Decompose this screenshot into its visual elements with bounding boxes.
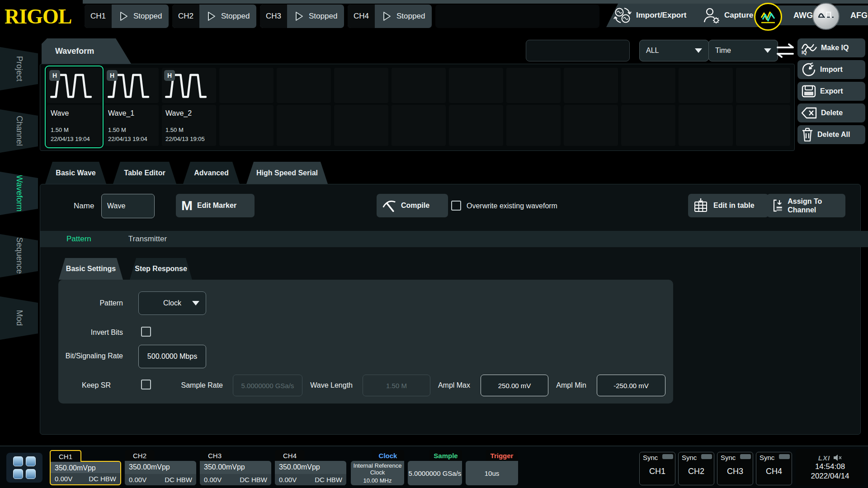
tab-step-response[interactable]: Step Response — [130, 258, 192, 280]
trigger-status-card[interactable]: Trigger 10us — [466, 450, 518, 485]
ampl-min-label: Ampl Min — [552, 381, 586, 389]
sample-rate-input: 5.0000000 GSa/s — [233, 375, 302, 396]
compile-button[interactable]: Compile — [377, 194, 448, 217]
mode-tab-transmitter[interactable]: Transmitter — [128, 235, 167, 244]
make-iq-button[interactable]: IQ Make IQ — [797, 38, 865, 57]
wave-thumbnail: H — [162, 68, 216, 103]
system-time: 14:54:08 — [815, 462, 845, 471]
browser-tab-waveform[interactable]: Waveform — [42, 38, 131, 64]
wave-slot-empty[interactable] — [564, 68, 618, 146]
sample-status-card[interactable]: Sample 5.0000000 GSa/s — [408, 450, 462, 485]
capture-icon — [703, 7, 720, 24]
chevron-down-icon — [192, 301, 199, 305]
sync-tab-notch — [701, 454, 712, 459]
import-button[interactable]: Import — [797, 60, 865, 79]
ampl-max-input[interactable]: 250.00 mV — [481, 375, 548, 396]
search-input[interactable] — [526, 47, 629, 55]
export-button[interactable]: Export — [797, 82, 865, 101]
delete-button[interactable]: Delete — [797, 103, 865, 122]
wave-slot-empty[interactable] — [506, 68, 561, 146]
name-input[interactable]: Wave — [101, 194, 155, 218]
awg-icon[interactable] — [754, 3, 782, 31]
bottom-channel-ch4[interactable]: CH4 350.00mVpp 0.00V DC HBW — [275, 450, 346, 485]
trigger-value: 10us — [485, 469, 500, 477]
channel-coupling: DC HBW — [240, 476, 267, 483]
tab-advanced[interactable]: Advanced — [183, 162, 240, 184]
bottom-channel-ch2[interactable]: CH2 350.00mVpp 0.00V DC HBW — [125, 450, 196, 485]
sort-by-dropdown[interactable]: Time — [708, 40, 778, 61]
overwrite-checkbox[interactable] — [451, 201, 461, 211]
ampl-max-label: Ampl Max — [435, 381, 470, 389]
sample-rate-value: 5.0000000 GSa/s — [409, 469, 462, 477]
assign-to-channel-button[interactable]: Assign To Channel — [767, 194, 845, 217]
grid-square-icon — [13, 456, 23, 466]
sidebar-item-channel[interactable]: Channel — [0, 109, 38, 153]
bottom-channel-ch1[interactable]: CH1 350.00mVpp 0.00V DC HBW — [50, 450, 121, 485]
edit-marker-button[interactable]: M Edit Marker — [176, 194, 255, 217]
channel-label: CH4 — [348, 5, 375, 28]
sidebar-item-project[interactable]: Project — [0, 47, 38, 90]
wave-slot-empty[interactable] — [277, 68, 331, 146]
clock-status-card[interactable]: Clock Internal Reference Clock 10.00 MHz — [351, 450, 404, 485]
sidebar-item-waveform[interactable]: Waveform — [0, 172, 38, 215]
tab-high-speed-serial[interactable]: High Speed Serial — [246, 162, 328, 184]
pattern-dropdown[interactable]: Clock — [138, 291, 206, 315]
filter-type-dropdown[interactable]: ALL — [639, 40, 709, 61]
invert-bits-checkbox[interactable] — [141, 327, 151, 337]
sync-card-ch4[interactable]: Sync CH4 — [756, 452, 792, 485]
delete-all-button[interactable]: Delete All — [797, 125, 865, 144]
sync-card-ch2[interactable]: Sync CH2 — [678, 452, 714, 485]
wave-slot-empty[interactable] — [621, 68, 675, 146]
tab-basic-settings[interactable]: Basic Settings — [59, 258, 123, 280]
bit-signaling-rate-input[interactable]: 500.0000 Mbps — [138, 345, 206, 368]
capture-label: Capture — [724, 11, 753, 20]
wave-name: Wave — [51, 109, 98, 117]
tab-basic-wave[interactable]: Basic Wave — [45, 162, 106, 184]
channel-coupling: DC HBW — [89, 475, 116, 483]
channel-status-text: Stopped — [221, 12, 250, 21]
wave-thumbnail: H — [47, 68, 101, 103]
edit-in-table-button[interactable]: Edit in table — [688, 194, 769, 217]
wave-card-wave-2[interactable]: H Wave_2 1.50 M 22/04/13 19:05 — [162, 68, 216, 146]
channel-status-ch4[interactable]: CH4 Stopped — [348, 5, 432, 28]
afg-label: AFG — [850, 11, 868, 20]
chevron-down-icon — [695, 48, 702, 53]
wave-type-badge: H — [49, 70, 60, 81]
wave-card-wave-1[interactable]: H Wave_1 1.50 M 22/04/13 19:04 — [104, 68, 159, 146]
channel-offset: 0.00V — [55, 475, 72, 483]
channel-status-ch3[interactable]: CH3 Stopped — [260, 5, 344, 28]
keep-sr-checkbox[interactable] — [141, 380, 151, 389]
channel-status-ch2[interactable]: CH2 Stopped — [172, 5, 256, 28]
play-icon — [120, 11, 128, 21]
sidebar-item-mod[interactable]: Mod — [0, 296, 38, 340]
marker-m-icon: M — [181, 199, 193, 212]
mode-tab-pattern[interactable]: Pattern — [66, 235, 91, 244]
sync-tab-notch — [662, 454, 673, 459]
import-export-button[interactable]: Import/Export — [606, 4, 708, 27]
wave-slot-empty[interactable] — [334, 68, 388, 146]
wave-info: Wave_2 1.50 M 22/04/13 19:05 — [162, 105, 216, 146]
bottom-channel-ch3[interactable]: CH3 350.00mVpp 0.00V DC HBW — [200, 450, 271, 485]
home-grid-button[interactable] — [6, 453, 42, 483]
wave-slot-empty[interactable] — [736, 68, 790, 146]
wave-slot-empty[interactable] — [449, 68, 503, 146]
wave-slot-empty[interactable] — [392, 68, 446, 146]
system-status-card[interactable]: LXI 14:54:08 2022/04/14 — [796, 449, 864, 485]
wave-slot-empty[interactable] — [219, 68, 274, 146]
channel-vpp: 350.00mVpp — [125, 461, 196, 471]
wave-name: Wave_1 — [108, 109, 155, 117]
ampl-min-input[interactable]: -250.00 mV — [597, 375, 665, 396]
sync-card-ch3[interactable]: Sync CH3 — [717, 452, 753, 485]
wave-slot-empty[interactable] — [679, 68, 733, 146]
afg-icon[interactable] — [812, 3, 840, 30]
wave-size: 1.50 M — [108, 127, 126, 133]
sort-order-icon[interactable] — [775, 42, 796, 59]
invert-bits-label: Invert Bits — [54, 328, 123, 337]
channel-status-ch1[interactable]: CH1 Stopped — [85, 5, 169, 28]
tab-table-editor[interactable]: Table Editor — [113, 162, 176, 184]
sidebar-item-sequence[interactable]: Sequence — [0, 234, 38, 277]
channel-label: CH3 — [260, 5, 287, 28]
channel-coupling: DC HBW — [165, 476, 192, 483]
wave-card-wave[interactable]: H Wave 1.50 M 22/04/13 19:04 — [47, 68, 101, 146]
sync-card-ch1[interactable]: Sync CH1 — [639, 452, 675, 485]
